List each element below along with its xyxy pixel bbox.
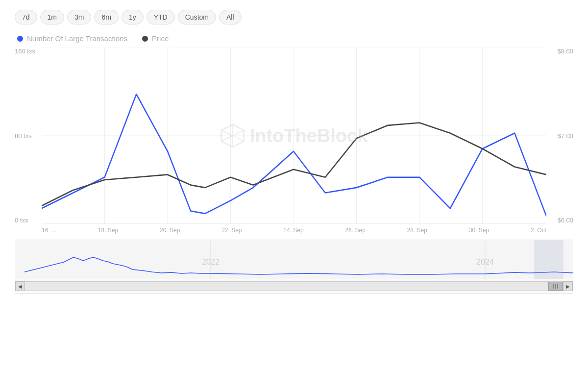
chart-lines [42, 48, 546, 224]
x-label-6: 28. Sep [407, 227, 427, 234]
y-label-0: 0 txs [15, 217, 35, 224]
chart-svg-area: IntoTheBlock [42, 48, 546, 224]
x-label-4: 24. Sep [283, 227, 303, 234]
scroll-track[interactable] [25, 282, 563, 291]
legend-price: Price [142, 34, 169, 43]
btn-ytd[interactable]: YTD [147, 10, 175, 24]
navigator: 2022 2024 ◀ ▶ [15, 240, 573, 294]
legend-transactions: Number Of Large Transactions [17, 34, 127, 43]
y-label-160: 160 txs [15, 48, 35, 55]
btn-custom[interactable]: Custom [178, 10, 216, 24]
svg-text:2022: 2022 [202, 258, 220, 266]
x-label-5: 26. Sep [345, 227, 365, 234]
grip-line-2 [555, 284, 556, 289]
chart-legend: Number Of Large Transactions Price [15, 34, 573, 43]
y-label-80: 80 txs [15, 132, 35, 140]
grip-line-1 [553, 284, 554, 289]
scroll-thumb[interactable] [548, 282, 563, 291]
dashboard-container: 7d 1m 3m 6m 1y YTD Custom All Number Of … [0, 0, 588, 392]
navigator-chart: 2022 2024 [15, 240, 573, 279]
x-axis: 16. ... 18. Sep 20. Sep 22. Sep 24. Sep … [15, 224, 573, 234]
legend-label-price: Price [152, 34, 169, 43]
x-label-2: 20. Sep [160, 227, 180, 234]
scroll-right-button[interactable]: ▶ [563, 281, 573, 291]
legend-label-transactions: Number Of Large Transactions [27, 34, 127, 43]
y-label-8: $8.00 [557, 48, 573, 55]
grip-line-3 [557, 284, 558, 289]
scrollbar[interactable]: ◀ ▶ [15, 281, 573, 291]
y-label-6: $6.00 [557, 217, 573, 224]
btn-1y[interactable]: 1y [122, 10, 144, 24]
btn-7d[interactable]: 7d [15, 10, 37, 24]
btn-3m[interactable]: 3m [67, 10, 91, 24]
scroll-left-button[interactable]: ◀ [15, 281, 25, 291]
legend-dot-price [142, 36, 148, 42]
btn-6m[interactable]: 6m [94, 10, 118, 24]
y-axis-left: 160 txs 80 txs 0 txs [15, 48, 35, 224]
y-axis-right: $8.00 $7.00 $6.00 [557, 48, 573, 224]
main-chart: 160 txs 80 txs 0 txs $8.00 $7.00 $6.00 I… [15, 48, 573, 224]
scroll-thumb-grip [553, 284, 558, 289]
btn-all[interactable]: All [219, 10, 242, 24]
x-label-7: 30. Sep [469, 227, 489, 234]
y-label-7: $7.00 [557, 132, 573, 140]
x-label-0: 16. ... [42, 227, 56, 234]
x-label-8: 2. Oct [531, 227, 546, 234]
x-label-3: 22. Sep [221, 227, 242, 234]
x-label-1: 18. Sep [98, 227, 118, 234]
svg-text:2024: 2024 [476, 258, 494, 266]
time-range-selector: 7d 1m 3m 6m 1y YTD Custom All [15, 10, 573, 24]
btn-1m[interactable]: 1m [40, 10, 64, 24]
svg-rect-21 [534, 240, 564, 279]
legend-dot-transactions [17, 36, 23, 42]
